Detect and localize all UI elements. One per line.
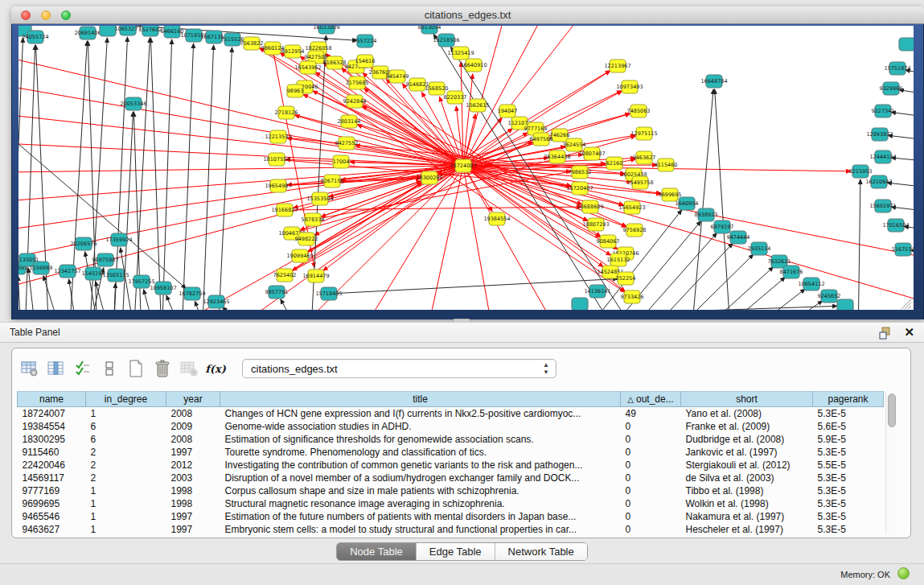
graph-edge[interactable] <box>162 39 172 310</box>
graph-edge[interactable] <box>285 207 581 210</box>
graph-edge[interactable] <box>313 91 463 166</box>
graph-edge[interactable] <box>218 47 232 310</box>
table-cell[interactable]: Tibbo et al. (1998) <box>681 484 813 497</box>
table-cell[interactable]: 1997 <box>166 510 220 523</box>
table-cell[interactable]: 0 <box>621 433 681 446</box>
network-window-titlebar[interactable]: citations_edges.txt <box>11 6 924 24</box>
table-cell[interactable]: 5.9E-5 <box>813 433 884 446</box>
table-cell[interactable]: 18724007 <box>18 407 86 420</box>
table-cell[interactable]: 5.5E-5 <box>813 459 884 472</box>
graph-edge[interactable] <box>69 279 78 310</box>
table-row[interactable]: 946554611997Estimation of the future num… <box>18 510 884 523</box>
close-panel-icon[interactable]: ✕ <box>904 325 914 340</box>
table-cell[interactable]: Nakamura et al. (1997) <box>681 510 813 523</box>
network-canvas[interactable]: 2405572420691406106532771527602646616010… <box>18 26 914 310</box>
table-cell[interactable]: 1998 <box>166 497 220 510</box>
table-cell[interactable]: Franke et al. (2009) <box>681 420 813 433</box>
graph-edge[interactable] <box>18 141 463 166</box>
table-cell[interactable]: Stergiakouli et al. (2012) <box>681 459 813 472</box>
graph-edge[interactable] <box>668 267 774 310</box>
graph-edge[interactable] <box>700 289 805 310</box>
graph-edge[interactable] <box>182 43 194 310</box>
tab-edge-table[interactable]: Edge Table <box>417 543 495 560</box>
table-cell[interactable]: 2012 <box>166 459 220 472</box>
table-cell[interactable]: Genome-wide association studies in ADHD. <box>220 420 621 433</box>
graph-edge[interactable] <box>18 166 463 173</box>
table-scrollbar[interactable] <box>885 391 897 534</box>
tab-node-table[interactable]: Node Table <box>337 543 417 560</box>
column-header-pagerank[interactable]: pagerank <box>813 392 884 407</box>
table-cell[interactable]: Structural magnetic resonance image aver… <box>220 497 621 510</box>
table-row[interactable]: 977716911998Corpus callosum shape and si… <box>18 484 884 497</box>
table-cell[interactable]: Hescheler et al. (1997) <box>681 523 813 536</box>
table-cell[interactable]: Dudbridge et al. (2008) <box>681 433 813 446</box>
column-header-title[interactable]: title <box>220 392 621 407</box>
table-cell[interactable]: 5.3E-5 <box>813 446 884 459</box>
unselect-rows-icon[interactable] <box>98 358 121 379</box>
new-table-icon[interactable] <box>125 358 147 379</box>
table-cell[interactable]: 0 <box>621 523 681 536</box>
table-cell[interactable]: Changes of HCN gene expression and I(f) … <box>220 407 621 420</box>
table-row[interactable]: 1456911722003Disruption of a novel membe… <box>18 472 884 484</box>
graph-edge[interactable] <box>150 38 162 310</box>
table-cell[interactable]: 0 <box>621 459 681 472</box>
table-cell[interactable]: 5.3E-5 <box>813 523 884 536</box>
graph-edge[interactable] <box>303 94 463 166</box>
graph-edge[interactable] <box>18 276 21 310</box>
table-cell[interactable]: 0 <box>621 510 681 523</box>
table-selector-dropdown[interactable]: citations_edges.txt ▲▼ <box>242 359 556 378</box>
table-cell[interactable]: 1998 <box>166 484 220 497</box>
table-row[interactable]: 911546021997Tourette syndrome. Phenomeno… <box>18 446 884 459</box>
table-cell[interactable]: 1 <box>86 510 166 523</box>
table-cell[interactable]: Estimation of significance thresholds fo… <box>220 433 621 446</box>
table-cell[interactable]: 5.3E-5 <box>813 484 884 497</box>
table-row[interactable]: 946362711997Embryonic stem cells: a mode… <box>18 523 884 536</box>
table-cell[interactable]: 1 <box>86 407 166 420</box>
graph-edge[interactable] <box>18 166 463 205</box>
table-options-icon[interactable] <box>18 358 41 379</box>
memory-ok-icon[interactable] <box>897 567 910 579</box>
table-cell[interactable]: 22420046 <box>18 459 86 472</box>
table-cell[interactable]: 0 <box>621 472 681 484</box>
table-cell[interactable]: Embryonic stem cells: a model to study s… <box>220 523 621 536</box>
table-cell[interactable]: 0 <box>621 420 681 433</box>
graph-edge[interactable] <box>906 70 914 82</box>
table-row[interactable]: 1872400712008Changes of HCN gene express… <box>18 407 884 420</box>
table-cell[interactable]: 1997 <box>166 446 220 459</box>
graph-edge[interactable] <box>18 306 837 310</box>
graph-edge[interactable] <box>222 307 266 310</box>
column-header-in-degree[interactable]: in_degree <box>86 392 166 407</box>
table-cell[interactable]: 49 <box>621 407 681 420</box>
graph-edge[interactable] <box>281 299 306 310</box>
canvas-resize-grip[interactable] <box>901 299 911 309</box>
table-cell[interactable]: 1 <box>86 484 166 497</box>
table-cell[interactable]: 14569117 <box>18 472 86 484</box>
select-all-icon[interactable] <box>72 358 94 379</box>
column-header-out-de-[interactable]: △out_de... <box>621 392 681 407</box>
table-cell[interactable]: 2008 <box>166 407 220 420</box>
table-cell[interactable]: 1 <box>86 497 166 510</box>
graph-edge[interactable] <box>202 45 214 310</box>
column-header-name[interactable]: name <box>18 392 86 407</box>
function-builder-icon[interactable]: f(x) <box>204 358 227 379</box>
graph-edge[interactable] <box>715 89 731 310</box>
graph-node[interactable] <box>837 299 853 310</box>
table-cell[interactable]: Investigating the contribution of common… <box>220 459 621 472</box>
show-column-icon[interactable] <box>45 358 68 379</box>
table-scrollbar-thumb[interactable] <box>888 393 896 427</box>
table-cell[interactable]: 2003 <box>166 472 220 484</box>
table-cell[interactable]: 5.6E-5 <box>813 420 884 433</box>
table-row[interactable]: 969969511998Structural magnetic resonanc… <box>18 497 884 510</box>
table-cell[interactable]: 0 <box>621 484 681 497</box>
graph-node[interactable] <box>899 38 914 51</box>
graph-edge[interactable] <box>329 279 618 294</box>
table-cell[interactable]: 9777169 <box>18 484 86 497</box>
table-cell[interactable]: de Silva et al. (2003) <box>681 472 813 484</box>
table-cell[interactable]: 6 <box>86 433 166 446</box>
table-cell[interactable]: Corpus callosum shape and size in male p… <box>220 484 621 497</box>
table-cell[interactable]: 2 <box>86 446 166 459</box>
float-panel-icon[interactable] <box>879 327 892 340</box>
table-cell[interactable]: 9463627 <box>18 523 86 536</box>
graph-edge[interactable] <box>278 179 421 186</box>
graph-node[interactable] <box>100 26 116 36</box>
